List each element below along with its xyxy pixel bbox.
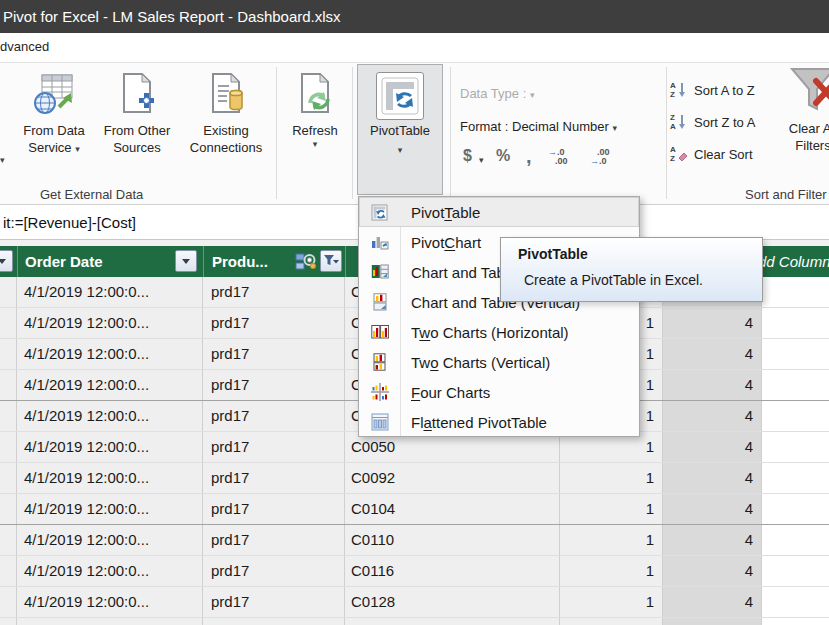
cell-row-gutter[interactable] <box>0 339 17 369</box>
cell-product[interactable]: prd17 <box>203 308 345 338</box>
cell-order-date[interactable]: 4/1/2019 12:00:0... <box>17 525 203 555</box>
cell-order-date[interactable]: 4/1/2019 12:00:0... <box>17 308 203 338</box>
cell-profit[interactable]: 4 <box>663 339 762 369</box>
format-dropdown[interactable]: Format : Decimal Number ▾ <box>460 119 617 134</box>
cell-product[interactable]: prd17 <box>203 401 345 431</box>
cell-row-gutter[interactable] <box>0 556 17 586</box>
cell-add-column[interactable] <box>762 277 829 307</box>
filter-dropdown-button[interactable] <box>0 250 13 272</box>
cell-row-gutter[interactable] <box>0 525 17 555</box>
cell-customer[interactable]: C0092 <box>345 463 560 493</box>
decrease-decimal-button[interactable]: .00 →.0 <box>590 148 610 166</box>
cell-add-column[interactable] <box>762 401 829 431</box>
cell-order-date[interactable]: 4/1/2019 12:00:0... <box>17 370 203 400</box>
pivottable-button[interactable]: PivotTable ▾ <box>357 64 443 195</box>
cell-row-gutter[interactable] <box>0 587 17 617</box>
cell-quantity[interactable]: 1 <box>560 556 663 586</box>
cell-product[interactable]: prd17 <box>203 432 345 462</box>
data-type-dropdown[interactable]: Data Type : ▾ <box>460 86 534 101</box>
cell-add-column[interactable] <box>762 308 829 338</box>
cell-add-column[interactable] <box>762 556 829 586</box>
product-filter-applied-button[interactable] <box>320 250 342 272</box>
cell-product[interactable]: prd17 <box>203 339 345 369</box>
cell-row-gutter[interactable] <box>0 308 17 338</box>
menu-item-two-charts-horizontal[interactable]: Two Charts (Horizontal) <box>359 317 639 347</box>
cell-customer[interactable]: C0110 <box>345 525 560 555</box>
header-cell-product[interactable]: Produ... <box>203 246 345 277</box>
cell-product[interactable]: prd17 <box>203 277 345 307</box>
cell-row-gutter[interactable] <box>0 432 17 462</box>
cell-profit[interactable] <box>663 618 762 625</box>
clear-all-filters-button[interactable]: Clear All Filters <box>768 65 829 154</box>
cell-profit[interactable]: 4 <box>663 525 762 555</box>
cell-add-column[interactable] <box>762 618 829 625</box>
cell-product[interactable]: prd17 <box>203 556 345 586</box>
cutoff-button-caret-icon[interactable]: ▾ <box>0 155 5 165</box>
menu-item-flattened-pivottable[interactable]: Flattened PivotTable <box>359 407 639 437</box>
cell-quantity[interactable]: 1 <box>560 525 663 555</box>
cell-customer[interactable]: C0116 <box>345 556 560 586</box>
cell-add-column[interactable] <box>762 463 829 493</box>
cell-add-column[interactable] <box>762 339 829 369</box>
cell-profit[interactable]: 4 <box>663 463 762 493</box>
cell-profit[interactable]: 4 <box>663 587 762 617</box>
window-titlebar[interactable]: Pivot for Excel - LM Sales Report - Dash… <box>0 0 829 33</box>
cell-add-column[interactable] <box>762 494 829 524</box>
cell-profit[interactable]: 4 <box>663 556 762 586</box>
percent-format-button[interactable]: % <box>496 147 510 165</box>
header-cell-order-date[interactable]: Order Date <box>17 246 203 277</box>
sort-z-to-a-button[interactable]: ZASort Z to A <box>670 111 755 133</box>
menu-item-two-charts-vertical[interactable]: Two Charts (Vertical) <box>359 347 639 377</box>
cell-profit[interactable]: 4 <box>663 432 762 462</box>
cell-row-gutter[interactable] <box>0 370 17 400</box>
cell-add-column[interactable] <box>762 525 829 555</box>
cell-customer[interactable]: C0104 <box>345 494 560 524</box>
clear-sort-button[interactable]: AZClear Sort <box>670 143 753 165</box>
cell-row-gutter[interactable] <box>0 401 17 431</box>
cell-product[interactable]: prd17 <box>203 587 345 617</box>
cell-customer[interactable] <box>345 618 560 625</box>
header-cell-clipped[interactable] <box>0 246 17 277</box>
cell-add-column[interactable] <box>762 432 829 462</box>
refresh-button[interactable]: Refresh ▾ <box>282 65 348 181</box>
cell-order-date[interactable]: 4/1/2019 12:00:0... <box>17 587 203 617</box>
existing-connections-button[interactable]: Existing Connections <box>182 65 270 181</box>
from-data-service-button[interactable]: From Data Service ▾ <box>14 65 94 181</box>
cell-profit[interactable]: 4 <box>663 494 762 524</box>
cell-add-column[interactable] <box>762 587 829 617</box>
increase-decimal-button[interactable]: →.0 .00 <box>548 148 568 166</box>
cell-quantity[interactable]: 1 <box>560 494 663 524</box>
cell-order-date[interactable]: 4/1/2019 12:00:0... <box>17 401 203 431</box>
thousands-separator-button[interactable]: , <box>526 145 532 168</box>
menu-item-four-charts[interactable]: Four Charts <box>359 377 639 407</box>
header-cell-add-column[interactable]: Add Column <box>762 246 829 277</box>
cell-order-date[interactable]: 4/1/2019 12:00:0... <box>17 277 203 307</box>
cell-product[interactable]: prd17 <box>203 618 345 625</box>
cell-row-gutter[interactable] <box>0 618 17 625</box>
cell-order-date[interactable]: 4/1/2019 12:00:0... <box>17 494 203 524</box>
cell-quantity[interactable] <box>560 618 663 625</box>
cell-product[interactable]: prd17 <box>203 494 345 524</box>
cell-profit[interactable]: 4 <box>663 308 762 338</box>
cell-profit[interactable]: 4 <box>663 370 762 400</box>
cell-order-date[interactable]: 4/1/2019 12:00:0... <box>17 432 203 462</box>
cell-product[interactable]: prd17 <box>203 525 345 555</box>
order-date-filter-button[interactable] <box>175 250 197 272</box>
cell-order-date[interactable]: 4/1/2019 12:00:0... <box>17 556 203 586</box>
tab-advanced[interactable]: dvanced <box>0 39 49 54</box>
cell-customer[interactable]: C0128 <box>345 587 560 617</box>
cell-product[interactable]: prd17 <box>203 370 345 400</box>
cell-add-column[interactable] <box>762 370 829 400</box>
cell-row-gutter[interactable] <box>0 277 17 307</box>
cell-order-date[interactable]: 4/1/2019 12:00:0... <box>17 618 203 625</box>
currency-format-button[interactable]: $ <box>463 147 472 165</box>
cell-row-gutter[interactable] <box>0 463 17 493</box>
cell-profit[interactable]: 4 <box>663 401 762 431</box>
cell-row-gutter[interactable] <box>0 494 17 524</box>
cell-product[interactable]: prd17 <box>203 463 345 493</box>
cell-order-date[interactable]: 4/1/2019 12:00:0... <box>17 463 203 493</box>
cell-order-date[interactable]: 4/1/2019 12:00:0... <box>17 339 203 369</box>
from-other-sources-button[interactable]: From Other Sources <box>96 65 178 181</box>
menu-item-pivottable[interactable]: PivotTable <box>359 197 639 227</box>
currency-caret-icon[interactable]: ▾ <box>479 155 484 165</box>
